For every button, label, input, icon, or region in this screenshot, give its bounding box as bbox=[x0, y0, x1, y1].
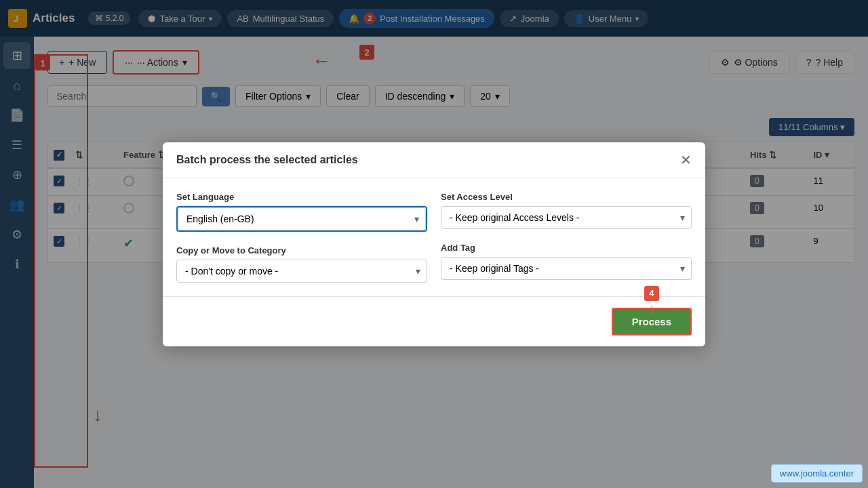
modal-header: Batch process the selected articles ✕ bbox=[163, 142, 705, 178]
process-button[interactable]: Process bbox=[612, 308, 692, 336]
access-select-wrapper: - Keep original Access Levels - ▾ bbox=[441, 206, 692, 229]
modal-close-button[interactable]: ✕ bbox=[680, 153, 692, 167]
access-select[interactable]: - Keep original Access Levels - bbox=[441, 206, 692, 229]
watermark: www.joomla.center bbox=[771, 464, 863, 483]
modal-footer: 4 ↓ Process bbox=[163, 296, 705, 346]
copy-move-group: Copy or Move to Category - Don't copy or… bbox=[176, 245, 427, 283]
set-access-label: Set Access Level bbox=[441, 192, 692, 202]
modal-form-grid: Set Language English (en-GB) ▾ 3 bbox=[176, 192, 692, 283]
set-language-group: Set Language English (en-GB) ▾ 3 bbox=[176, 192, 427, 232]
language-select[interactable]: English (en-GB) bbox=[178, 207, 426, 230]
copy-move-label: Copy or Move to Category bbox=[176, 245, 427, 256]
set-language-label: Set Language bbox=[176, 192, 427, 202]
add-tag-group: Add Tag - Keep original Tags - ▾ bbox=[441, 243, 692, 280]
modal-overlay: Batch process the selected articles ✕ Se… bbox=[0, 0, 868, 488]
add-tag-label: Add Tag bbox=[441, 243, 692, 253]
language-select-wrapper: English (en-GB) ▾ bbox=[178, 207, 426, 230]
tag-select[interactable]: - Keep original Tags - bbox=[441, 257, 692, 280]
copy-move-select-wrapper: - Don't copy or move - ▾ bbox=[176, 260, 427, 283]
modal-title: Batch process the selected articles bbox=[176, 154, 358, 166]
tag-select-wrapper: - Keep original Tags - ▾ bbox=[441, 257, 692, 280]
modal-body: Set Language English (en-GB) ▾ 3 bbox=[163, 178, 705, 296]
copy-move-select[interactable]: - Don't copy or move - bbox=[176, 260, 427, 283]
set-access-group: Set Access Level - Keep original Access … bbox=[441, 192, 692, 229]
batch-process-modal: Batch process the selected articles ✕ Se… bbox=[163, 142, 705, 346]
